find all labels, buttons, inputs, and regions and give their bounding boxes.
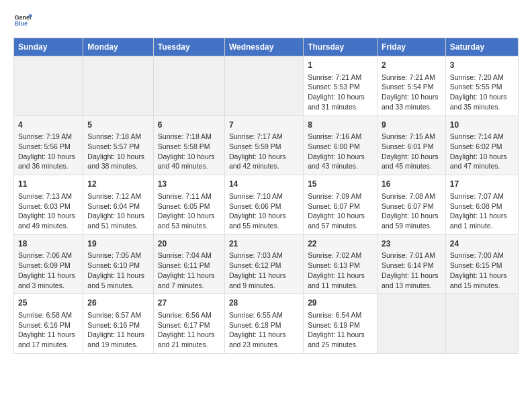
calendar-cell: 28Sunrise: 6:55 AMSunset: 6:18 PMDayligh… [224, 294, 303, 354]
col-header-saturday: Saturday [445, 38, 518, 56]
day-number: 1 [308, 60, 373, 71]
sunset-text: Sunset: 5:54 PM [382, 82, 441, 92]
sunset-text: Sunset: 6:02 PM [450, 142, 514, 152]
daylight-text: Daylight: 10 hours and 31 minutes. [308, 92, 373, 111]
day-number: 14 [229, 179, 299, 190]
sunrise-text: Sunrise: 6:58 AM [18, 310, 79, 320]
sunrise-text: Sunrise: 7:18 AM [87, 132, 149, 142]
logo-icon: General Blue [13, 11, 32, 30]
sunset-text: Sunset: 5:55 PM [450, 82, 514, 92]
sunset-text: Sunset: 6:12 PM [229, 261, 299, 271]
day-number: 11 [18, 179, 79, 190]
sunset-text: Sunset: 6:16 PM [87, 320, 149, 330]
svg-text:Blue: Blue [14, 20, 28, 27]
sunrise-text: Sunrise: 7:01 AM [382, 250, 441, 261]
sunrise-text: Sunrise: 7:06 AM [18, 250, 79, 261]
sunrise-text: Sunrise: 7:11 AM [158, 191, 220, 201]
calendar-cell [153, 56, 224, 116]
day-number: 29 [308, 298, 373, 309]
day-number: 16 [382, 179, 441, 190]
calendar-cell: 10Sunrise: 7:14 AMSunset: 6:02 PMDayligh… [445, 116, 518, 175]
daylight-text: Daylight: 10 hours and 45 minutes. [382, 152, 441, 171]
calendar-cell: 22Sunrise: 7:02 AMSunset: 6:13 PMDayligh… [304, 234, 378, 294]
sunset-text: Sunset: 6:19 PM [308, 320, 373, 330]
calendar-cell: 15Sunrise: 7:09 AMSunset: 6:07 PMDayligh… [304, 175, 378, 235]
sunset-text: Sunset: 6:14 PM [382, 261, 441, 271]
calendar-cell: 20Sunrise: 7:04 AMSunset: 6:11 PMDayligh… [153, 234, 224, 294]
day-number: 8 [308, 120, 373, 131]
sunrise-text: Sunrise: 7:16 AM [308, 132, 373, 142]
day-number: 24 [450, 238, 514, 250]
sunrise-text: Sunrise: 7:21 AM [382, 73, 441, 83]
daylight-text: Daylight: 11 hours and 9 minutes. [229, 271, 299, 290]
day-number: 15 [308, 179, 373, 190]
calendar-cell: 5Sunrise: 7:18 AMSunset: 5:57 PMDaylight… [83, 116, 154, 175]
calendar-cell: 16Sunrise: 7:08 AMSunset: 6:07 PMDayligh… [377, 175, 445, 235]
daylight-text: Daylight: 10 hours and 49 minutes. [18, 211, 79, 230]
calendar-cell: 18Sunrise: 7:06 AMSunset: 6:09 PMDayligh… [14, 234, 83, 294]
day-number: 12 [87, 179, 149, 190]
col-header-thursday: Thursday [304, 38, 378, 56]
sunrise-text: Sunrise: 6:54 AM [308, 310, 373, 320]
week-row-5: 25Sunrise: 6:58 AMSunset: 6:16 PMDayligh… [14, 294, 519, 354]
sunset-text: Sunset: 6:09 PM [18, 261, 79, 271]
daylight-text: Daylight: 10 hours and 55 minutes. [229, 211, 299, 230]
sunrise-text: Sunrise: 7:02 AM [308, 250, 373, 261]
sunset-text: Sunset: 6:03 PM [18, 201, 79, 212]
sunrise-text: Sunrise: 7:17 AM [229, 132, 299, 142]
sunset-text: Sunset: 6:05 PM [158, 201, 220, 212]
sunset-text: Sunset: 6:13 PM [308, 261, 373, 271]
sunrise-text: Sunrise: 7:13 AM [18, 191, 79, 201]
daylight-text: Daylight: 10 hours and 53 minutes. [158, 211, 220, 230]
calendar-cell: 11Sunrise: 7:13 AMSunset: 6:03 PMDayligh… [14, 175, 83, 235]
daylight-text: Daylight: 10 hours and 59 minutes. [382, 211, 441, 230]
daylight-text: Daylight: 10 hours and 36 minutes. [18, 152, 79, 171]
col-header-friday: Friday [377, 38, 445, 56]
calendar-cell: 13Sunrise: 7:11 AMSunset: 6:05 PMDayligh… [153, 175, 224, 235]
calendar-cell: 14Sunrise: 7:10 AMSunset: 6:06 PMDayligh… [224, 175, 303, 235]
day-number: 19 [87, 238, 149, 250]
sunrise-text: Sunrise: 7:20 AM [450, 73, 514, 83]
calendar-cell [83, 56, 154, 116]
daylight-text: Daylight: 10 hours and 47 minutes. [450, 152, 514, 171]
sunrise-text: Sunrise: 7:19 AM [18, 132, 79, 142]
sunset-text: Sunset: 6:08 PM [450, 201, 514, 212]
calendar-cell [377, 294, 445, 354]
sunrise-text: Sunrise: 6:56 AM [158, 310, 220, 320]
calendar-cell: 19Sunrise: 7:05 AMSunset: 6:10 PMDayligh… [83, 234, 154, 294]
day-number: 9 [382, 120, 441, 131]
sunrise-text: Sunrise: 7:04 AM [158, 250, 220, 261]
header: General Blue [13, 11, 519, 30]
sunrise-text: Sunrise: 7:14 AM [450, 132, 514, 142]
day-number: 10 [450, 120, 514, 131]
daylight-text: Daylight: 11 hours and 11 minutes. [308, 271, 373, 290]
calendar-cell [14, 56, 83, 116]
day-number: 21 [229, 238, 299, 250]
col-header-tuesday: Tuesday [153, 38, 224, 56]
sunset-text: Sunset: 6:07 PM [382, 201, 441, 212]
day-number: 18 [18, 238, 79, 250]
day-number: 25 [18, 298, 79, 309]
calendar-cell: 12Sunrise: 7:12 AMSunset: 6:04 PMDayligh… [83, 175, 154, 235]
sunset-text: Sunset: 5:58 PM [158, 142, 220, 152]
week-row-2: 4Sunrise: 7:19 AMSunset: 5:56 PMDaylight… [14, 116, 519, 175]
day-number: 13 [158, 179, 220, 190]
week-row-1: 1Sunrise: 7:21 AMSunset: 5:53 PMDaylight… [14, 56, 519, 116]
daylight-text: Daylight: 11 hours and 7 minutes. [158, 271, 220, 290]
sunset-text: Sunset: 6:17 PM [158, 320, 220, 330]
sunrise-text: Sunrise: 7:10 AM [229, 191, 299, 201]
sunrise-text: Sunrise: 7:15 AM [382, 132, 441, 142]
daylight-text: Daylight: 10 hours and 40 minutes. [158, 152, 220, 171]
calendar-cell: 3Sunrise: 7:20 AMSunset: 5:55 PMDaylight… [445, 56, 518, 116]
calendar-cell: 8Sunrise: 7:16 AMSunset: 6:00 PMDaylight… [304, 116, 378, 175]
daylight-text: Daylight: 10 hours and 51 minutes. [87, 211, 149, 230]
day-number: 5 [87, 120, 149, 131]
calendar-cell: 29Sunrise: 6:54 AMSunset: 6:19 PMDayligh… [304, 294, 378, 354]
daylight-text: Daylight: 11 hours and 21 minutes. [158, 330, 220, 349]
day-number: 17 [450, 179, 514, 190]
calendar-table: SundayMondayTuesdayWednesdayThursdayFrid… [13, 38, 519, 354]
sunrise-text: Sunrise: 7:03 AM [229, 250, 299, 261]
calendar-cell: 21Sunrise: 7:03 AMSunset: 6:12 PMDayligh… [224, 234, 303, 294]
calendar-cell: 17Sunrise: 7:07 AMSunset: 6:08 PMDayligh… [445, 175, 518, 235]
col-header-sunday: Sunday [14, 38, 83, 56]
